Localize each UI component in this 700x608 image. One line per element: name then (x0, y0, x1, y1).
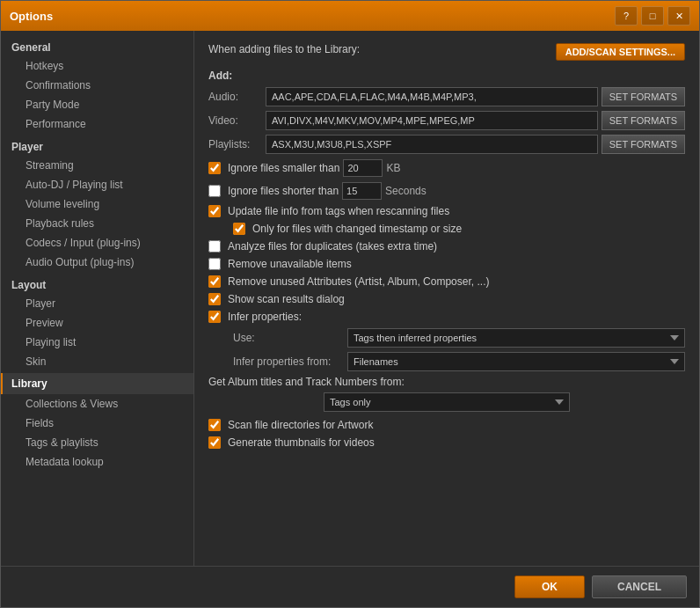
sidebar-item-metadata-lookup[interactable]: Metadata lookup (1, 452, 193, 472)
sidebar-item-autodj[interactable]: Auto-DJ / Playing list (1, 175, 193, 194)
sidebar-item-fields[interactable]: Fields (1, 414, 193, 433)
generate-thumbs-label: Generate thumbnails for videos (228, 436, 375, 449)
add-scan-settings-button[interactable]: ADD/SCAN SETTINGS... (556, 43, 685, 61)
formats-row-playlists: Playlists: SET FORMATS (208, 135, 685, 154)
use-label: Use: (233, 332, 347, 344)
remove-unavailable-label: Remove unavailable items (228, 258, 352, 270)
ignore-shorter-row: Ignore files shorter than Seconds (208, 182, 685, 200)
ignore-shorter-label: Ignore files shorter than (228, 185, 339, 197)
add-label: Add: (208, 70, 685, 82)
infer-from-label: Infer properties from: (233, 355, 347, 368)
only-changed-label: Only for files with changed timestamp or… (252, 223, 462, 235)
analyze-duplicates-row: Analyze files for duplicates (takes extr… (208, 240, 685, 253)
title-bar: Options ? □ ✕ (1, 1, 699, 31)
help-button[interactable]: ? (615, 6, 638, 26)
remove-unused-checkbox[interactable] (208, 275, 221, 288)
window-title: Options (10, 10, 615, 23)
content-header-row: When adding files to the Library: ADD/SC… (208, 43, 685, 61)
audio-label: Audio: (208, 91, 266, 103)
scan-artwork-checkbox[interactable] (208, 419, 221, 431)
content-area: When adding files to the Library: ADD/SC… (194, 31, 699, 566)
sidebar-item-playback-rules[interactable]: Playback rules (1, 214, 193, 233)
sidebar-item-preview[interactable]: Preview (1, 313, 193, 333)
update-tags-checkbox[interactable] (208, 205, 221, 217)
sidebar-section-library: Library Collections & Views Fields Tags … (1, 373, 193, 472)
video-formats-input[interactable] (266, 111, 598, 130)
remove-unavailable-checkbox[interactable] (208, 258, 221, 270)
formats-row-video: Video: SET FORMATS (208, 111, 685, 130)
sidebar-item-performance[interactable]: Performance (1, 114, 193, 134)
header-label: When adding files to the Library: (208, 43, 360, 55)
sidebar-section-header-layout: Layout (1, 274, 193, 294)
sidebar-item-volume-leveling[interactable]: Volume leveling (1, 194, 193, 214)
ignore-shorter-checkbox[interactable] (208, 185, 221, 197)
footer: OK CANCEL (1, 566, 699, 607)
album-titles-label: Get Album titles and Track Numbers from: (208, 376, 685, 388)
album-titles-section: Get Album titles and Track Numbers from:… (208, 376, 685, 412)
sidebar-item-streaming[interactable]: Streaming (1, 156, 193, 175)
update-tags-label: Update file info from tags when rescanni… (228, 205, 449, 217)
ignore-smaller-unit: KB (386, 162, 400, 174)
ignore-smaller-checkbox[interactable] (208, 162, 221, 174)
show-scan-checkbox[interactable] (208, 293, 221, 305)
generate-thumbs-checkbox[interactable] (208, 436, 221, 449)
infer-from-row: Infer properties from: Filenames Folder … (233, 352, 685, 371)
playlists-formats-input[interactable] (266, 135, 598, 154)
analyze-duplicates-label: Analyze files for duplicates (takes extr… (228, 240, 437, 253)
formats-row-audio: Audio: SET FORMATS (208, 87, 685, 106)
ignore-shorter-unit: Seconds (385, 185, 427, 197)
sidebar-item-confirmations[interactable]: Confirmations (1, 76, 193, 95)
use-dropdown[interactable]: Tags then inferred properties Tags only … (347, 328, 685, 348)
scan-artwork-row: Scan file directories for Artwork (208, 419, 685, 431)
sidebar-section-player: Player Streaming Auto-DJ / Playing list … (1, 136, 193, 272)
video-label: Video: (208, 114, 266, 127)
sidebar-item-codecs[interactable]: Codecs / Input (plug-ins) (1, 233, 193, 253)
remove-unused-row: Remove unused Attributes (Artist, Album,… (208, 275, 685, 288)
only-changed-checkbox[interactable] (233, 223, 245, 235)
album-titles-dropdown-row: Tags only Tags then inferred Inferred on… (208, 392, 685, 412)
infer-grid: Use: Tags then inferred properties Tags … (233, 328, 685, 371)
title-bar-controls: ? □ ✕ (615, 6, 690, 26)
cancel-button[interactable]: CANCEL (592, 575, 687, 598)
ignore-smaller-label: Ignore files smaller than (228, 162, 339, 174)
ignore-smaller-input[interactable] (343, 159, 383, 177)
sidebar-section-header-library: Library (1, 373, 193, 394)
remove-unused-label: Remove unused Attributes (Artist, Album,… (228, 275, 489, 288)
sidebar-section-header-general: General (1, 36, 193, 56)
sidebar-item-hotkeys[interactable]: Hotkeys (1, 56, 193, 76)
album-titles-dropdown[interactable]: Tags only Tags then inferred Inferred on… (324, 392, 570, 412)
ok-button[interactable]: OK (514, 575, 585, 598)
infer-from-dropdown[interactable]: Filenames Folder names Both (347, 352, 685, 371)
playlists-set-formats-button[interactable]: SET FORMATS (602, 135, 685, 154)
infer-use-row: Use: Tags then inferred properties Tags … (233, 328, 685, 348)
sidebar-item-collections[interactable]: Collections & Views (1, 394, 193, 414)
sidebar-section-header-player: Player (1, 136, 193, 156)
playlists-label: Playlists: (208, 138, 266, 150)
ignore-shorter-input[interactable] (342, 182, 382, 200)
analyze-duplicates-checkbox[interactable] (208, 240, 221, 253)
close-button[interactable]: ✕ (667, 6, 690, 26)
scan-artwork-label: Scan file directories for Artwork (228, 419, 373, 431)
infer-props-row: Infer properties: (208, 311, 685, 323)
audio-set-formats-button[interactable]: SET FORMATS (602, 87, 685, 106)
audio-formats-input[interactable] (266, 87, 598, 106)
maximize-button[interactable]: □ (641, 6, 664, 26)
show-scan-row: Show scan results dialog (208, 293, 685, 305)
sidebar: General Hotkeys Confirmations Party Mode… (1, 31, 194, 566)
infer-props-checkbox[interactable] (208, 311, 221, 323)
remove-unavailable-row: Remove unavailable items (208, 258, 685, 270)
sidebar-item-tags-playlists[interactable]: Tags & playlists (1, 433, 193, 452)
update-tags-row: Update file info from tags when rescanni… (208, 205, 685, 217)
main-content: General Hotkeys Confirmations Party Mode… (1, 31, 699, 566)
only-changed-row: Only for files with changed timestamp or… (233, 223, 685, 235)
sidebar-item-partymode[interactable]: Party Mode (1, 95, 193, 114)
sidebar-item-playing-list[interactable]: Playing list (1, 333, 193, 352)
sidebar-section-layout: Layout Player Preview Playing list Skin (1, 274, 193, 371)
infer-props-label: Infer properties: (228, 311, 302, 323)
sidebar-section-general: General Hotkeys Confirmations Party Mode… (1, 36, 193, 134)
ignore-smaller-row: Ignore files smaller than KB (208, 159, 685, 177)
video-set-formats-button[interactable]: SET FORMATS (602, 111, 685, 130)
sidebar-item-skin[interactable]: Skin (1, 352, 193, 371)
sidebar-item-player[interactable]: Player (1, 294, 193, 313)
sidebar-item-audio-output[interactable]: Audio Output (plug-ins) (1, 253, 193, 272)
